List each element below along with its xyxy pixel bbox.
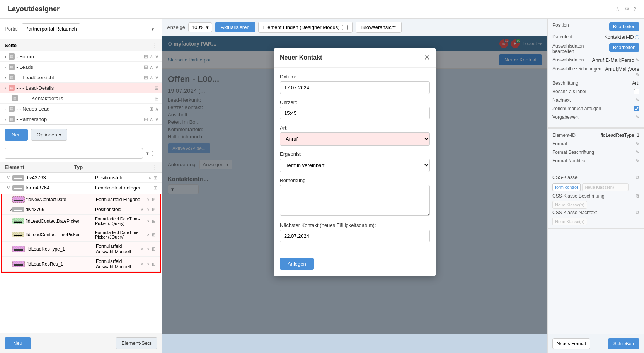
tree-down-icon[interactable]: ∨ <box>155 54 159 60</box>
modal-body: Datum: Uhrzeit: Art: Anruf <box>274 68 436 254</box>
tree-up-icon7[interactable]: ∧ <box>150 116 153 122</box>
nachtext-edit-icon[interactable]: ✎ <box>635 97 639 103</box>
row-more-div43766[interactable]: ⊞ <box>152 207 156 212</box>
table-row-fldLeadResRes1[interactable]: ▬▬ fldLeadResRes_1 Formularfeld Auswahl … <box>2 257 160 272</box>
tree-copy-icon5[interactable]: ⊞ <box>155 95 159 101</box>
filter-input[interactable] <box>5 148 143 159</box>
row-more-fldLeadContactTimePicker[interactable]: ⊞ <box>152 232 156 237</box>
tree-item-kontaktdetails[interactable]: ▤ - - - - Kontaktdetails ⊞ <box>0 93 162 104</box>
row-expand-form43764[interactable]: ∨ <box>5 185 12 191</box>
format-beschriftung-edit-icon[interactable]: ✎ <box>635 150 639 155</box>
portal-select[interactable]: Partnerportal Relaunch <box>22 23 80 34</box>
tree-item-leads[interactable]: › ▤ - Leads ⊞ ∧ ∨ <box>0 62 162 72</box>
row-more-fldLeadContactDatePicker[interactable]: ⊞ <box>152 218 156 224</box>
uhrzeit-input[interactable] <box>280 107 430 119</box>
row-more-div43763[interactable]: ⊞ <box>153 175 157 181</box>
auswahlBezeichnungen-edit-icon[interactable]: ✎ <box>635 72 639 77</box>
element-finden-checkbox[interactable] <box>342 25 348 30</box>
row-down-fldLeadContactDatePicker[interactable]: ∨ <box>146 218 151 224</box>
mail-icon[interactable]: ✉ <box>625 6 629 12</box>
row-more-form43764[interactable]: ⊞ <box>153 185 157 191</box>
tree-copy-icon6[interactable]: ⊞ <box>149 106 153 112</box>
tree-item-leaduebersicht[interactable]: › ▤ - - Leadübersicht ⊞ ∧ ∨ <box>0 72 162 83</box>
css-klasse-nachtext-copy-icon[interactable]: ⧉ <box>636 210 639 215</box>
auswahlDaten-edit-icon[interactable]: ✎ <box>635 58 639 63</box>
star-icon[interactable]: ☆ <box>615 6 620 12</box>
tree-item-partnershop[interactable]: › ▤ - Partnershop ⊞ ∧ ∨ <box>0 114 162 124</box>
schliessen-button[interactable]: Schließen <box>608 338 639 349</box>
table-row-form43764[interactable]: ∨ ▬▬ form43764 Leadkontakt anlegen ⊞ <box>0 183 162 193</box>
tree-copy-icon3[interactable]: ⊞ <box>144 75 148 80</box>
table-row-div43763[interactable]: ∨ ▬▬ div43763 Positionsfeld ∧ ⊞ <box>0 173 162 183</box>
neues-format-button[interactable]: Neues Format <box>552 338 590 349</box>
help-icon[interactable]: ? <box>634 6 636 12</box>
row-more-fldLeadResRes1[interactable]: ⊞ <box>152 261 156 267</box>
row-down-fldNewContactDate[interactable]: ∨ <box>146 197 151 202</box>
format-edit-icon[interactable]: ✎ <box>635 141 639 147</box>
position-bearbeiten-button[interactable]: Bearbeiten <box>609 22 639 31</box>
tree-up-icon[interactable]: ∧ <box>150 54 153 60</box>
tree-label-kontaktdetails: - - - - Kontaktdetails <box>19 95 155 101</box>
css-klasse-beschriftung-copy-icon[interactable]: ⧉ <box>636 193 639 199</box>
datum-input[interactable] <box>280 81 430 94</box>
zeilenumbruch-checkbox[interactable] <box>634 106 639 111</box>
row-down-div43766[interactable]: ∨ <box>146 207 151 212</box>
browseransicht-button[interactable]: Browseransicht <box>356 22 402 33</box>
filter-checkbox[interactable] <box>152 151 157 156</box>
tree-down-icon3[interactable]: ∨ <box>155 75 159 80</box>
css-klasse-beschriftung-placeholder[interactable]: Neue Klasse(n) <box>552 201 587 209</box>
modal-close-button[interactable]: ✕ <box>424 53 430 62</box>
beschr-als-label-checkbox[interactable] <box>634 89 639 94</box>
row-expand-div43766[interactable]: ∨ <box>9 207 12 212</box>
format-nachtext-edit-icon[interactable]: ✎ <box>635 158 639 164</box>
tree-down-icon2[interactable]: ∨ <box>155 64 159 70</box>
css-klasse-copy-icon[interactable]: ⧉ <box>636 175 639 180</box>
row-more-fldLeadResType1[interactable]: ⊞ <box>152 246 156 252</box>
css-klasse-nachtext-placeholder[interactable]: Neue Klasse(n) <box>552 218 587 225</box>
vorgabewert-edit-icon[interactable]: ✎ <box>635 114 639 120</box>
aktualisieren-button[interactable]: Aktualisieren <box>215 22 255 32</box>
row-down-fldLeadResType1[interactable]: ∨ <box>146 246 151 252</box>
tree-copy-icon4[interactable]: ⊞ <box>155 85 159 91</box>
anlegen-button[interactable]: Anlegen <box>280 258 314 270</box>
tree-up-icon3[interactable]: ∧ <box>150 75 153 80</box>
bemerkung-textarea[interactable] <box>280 185 430 216</box>
row-up-fldLeadResType1[interactable]: ∧ <box>140 246 145 252</box>
tree-copy-icon[interactable]: ⊞ <box>144 54 148 60</box>
row-up-fldLeadResRes1[interactable]: ∧ <box>140 261 145 267</box>
filter-chevron[interactable]: ▾ <box>146 150 149 156</box>
element-finden-button[interactable]: Element Finden (Designer Modus) <box>258 22 353 33</box>
tree-up-icon6[interactable]: ∧ <box>155 106 159 112</box>
row-up-div43763[interactable]: ∧ <box>147 175 152 181</box>
auswahlDaten-bearbeiten-button[interactable]: Bearbeiten <box>609 43 639 52</box>
css-klasse-placeholder[interactable]: Neue Klasse(n) <box>582 183 629 191</box>
tree-up-icon2[interactable]: ∧ <box>150 64 153 70</box>
table-row-fldLeadContactDatePicker[interactable]: ▬▬ fldLeadContactDatePicker Formularfeld… <box>2 215 160 228</box>
row-more-fldNewContactDate[interactable]: ⊞ <box>152 197 156 202</box>
art-select[interactable]: Anruf E-Mail Persönlich Telefon <box>280 132 430 146</box>
table-row-fldLeadContactTimePicker[interactable]: ▬▬ fldLeadContactTimePicker Formularfeld… <box>2 228 160 242</box>
optionen-button[interactable]: Optionen ▾ <box>31 129 67 141</box>
element-id-row: Element-ID fldLeadResType_1 <box>552 133 639 138</box>
element-sets-button[interactable]: Element-Sets <box>116 337 157 349</box>
table-row-fldLeadResType1[interactable]: ▬▬ fldLeadResType_1 Formularfeld Auswahl… <box>2 242 160 257</box>
chip-fldLeadContactTimePicker: ▬▬ <box>12 232 24 237</box>
tree-copy-icon7[interactable]: ⊞ <box>144 116 148 122</box>
anzeige-select-wrapper[interactable]: 100% ▾ <box>188 22 212 32</box>
tree-down-icon7[interactable]: ∨ <box>155 116 159 122</box>
table-row-div43766[interactable]: ∨ ▬▬ div43766 Positionsfeld ∧ ∨ ⊞ <box>2 205 160 215</box>
row-down-fldLeadResRes1[interactable]: ∨ <box>146 261 151 267</box>
ergebnis-select[interactable]: Termin vereinbart Kein Interesse Rückruf… <box>280 159 430 172</box>
table-row-fldNewContactDate[interactable]: ▬▬ fldNewContactDate Formularfeld Eingab… <box>2 194 160 205</box>
tree-copy-icon2[interactable]: ⊞ <box>144 64 148 70</box>
row-expand-div43763[interactable]: ∨ <box>5 175 12 181</box>
row-up-div43766[interactable]: ∧ <box>140 207 145 212</box>
tree-item-forum[interactable]: › ▤ - Forum ⊞ ∧ ∨ <box>0 51 162 62</box>
tree-item-neues-lead[interactable]: - ▤ - - Neues Lead ⊞ ∧ <box>0 104 162 114</box>
neu-button[interactable]: Neu <box>5 129 28 141</box>
naechster-kontakt-input[interactable] <box>280 230 430 242</box>
row-up-fldLeadContactTimePicker[interactable]: ∧ <box>146 232 151 237</box>
position-label: Position <box>552 22 569 28</box>
tree-item-lead-details[interactable]: › ▤ - - - Lead-Details ⊞ <box>0 83 162 93</box>
bottom-neu-button[interactable]: Neu <box>5 337 31 349</box>
